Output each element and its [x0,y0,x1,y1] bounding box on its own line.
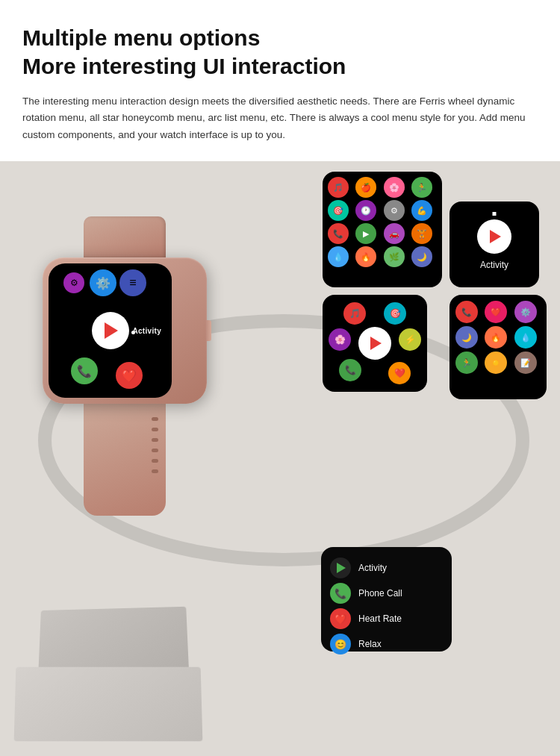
list-item-activity: Activity [330,557,443,578]
watch-icon-purple: ⚙ [63,272,84,293]
list-item-heartrate: ❤️ Heart Rate [330,608,443,629]
gi-dumbbell: 🏋 [411,223,432,244]
watch-body: ⚙️ ≡ Activity 📞 [43,216,207,516]
band-bottom [84,404,166,516]
list-text-activity: Activity [358,563,387,573]
panel-activity: Activity [449,202,539,287]
fi-green: 📞 [339,359,361,381]
watch-center-play [92,312,129,349]
honeycomb-grid: 🎵 🍎 🌸 🏃 🎯 🕐 ⚙ 💪 📞 ▶ 🚗 🏋 [323,172,442,272]
gi-music: 🎵 [328,177,349,198]
description-text: The interesting menu interaction design … [22,93,538,143]
list-item-phonecall: 📞 Phone Call [330,583,443,604]
activity-dot-top [493,212,497,216]
watch-screen: ⚙️ ≡ Activity 📞 [49,263,172,398]
ferris-center [358,327,391,360]
g2-water: 💧 [514,326,537,349]
fi-purple: 🌸 [329,328,351,351]
list-icon-phone: 📞 [330,583,351,604]
watch-case: ⚙️ ≡ Activity 📞 [43,257,207,404]
watch-icon-phone: 📞 [71,357,98,384]
stone-base [0,607,239,756]
g2-phone: 📞 [455,301,478,323]
play-icon [105,322,118,339]
activity-play-icon [490,230,501,243]
g2-run: 🏃 [455,352,478,374]
activity-play-arrow [337,563,346,573]
activity-panel-content: Activity [449,202,539,287]
band-top [84,216,166,257]
band-hole-2 [152,428,158,431]
panel-list: Activity 📞 Phone Call ❤️ Heart Rate 😊 Re… [321,547,452,652]
bottom-section: ⚙️ ≡ Activity 📞 [0,157,560,756]
gi-moon: 🌙 [411,246,432,267]
fi-orange: ❤️ [388,362,411,384]
stone-front [14,667,203,742]
g2-notes: 📝 [514,352,537,374]
watch-icon-menu: ≡ [119,269,146,296]
band-hole-5 [152,459,158,463]
band-hole-1 [152,417,158,421]
band-hole-6 [152,469,158,473]
ferris-content: 🎵 🎯 📞 ❤️ 🌸 ⚡ [323,295,427,392]
panels-right-col: Activity 📞 ❤️ ⚙️ 🌙 🔥 💧 🏃 ☀️ 📝 [449,202,547,399]
list-icon-activity [330,557,351,578]
watch-icon-heart: ❤️ [116,362,143,389]
gi-heart: 🍎 [355,177,376,198]
band-hole-3 [152,438,158,442]
panel-honeycomb: 🎵 🍎 🌸 🏃 🎯 🕐 ⚙ 💪 📞 ▶ 🚗 🏋 [323,172,442,287]
list-item-relax: 😊 Relax [330,634,443,655]
gi-run: 🏃 [411,177,432,198]
activity-panel-label: Activity [480,260,508,270]
watch-container: ⚙️ ≡ Activity 📞 [16,216,233,516]
gi-clock: 🕐 [355,200,376,221]
panels-area: 🎵 🍎 🌸 🏃 🎯 🕐 ⚙ 💪 📞 ▶ 🚗 🏋 [323,172,547,399]
band-hole-4 [152,449,158,452]
fi-lime: ⚡ [399,328,421,351]
g2-heart: ❤️ [485,301,507,323]
watch-dot [131,331,135,334]
gi-water: 💧 [328,246,349,267]
watch-icon-settings: ⚙️ [90,269,116,296]
page: Multiple menu options More interesting U… [0,0,560,756]
gi-leaf: 🌿 [384,246,405,267]
gi-fire: 🔥 [355,246,376,267]
top-section: Multiple menu options More interesting U… [0,0,560,161]
list-text-heartrate: Heart Rate [358,613,402,624]
ferris-center-play [370,337,382,350]
watch-screen-content: ⚙️ ≡ Activity 📞 [49,263,172,398]
g2-sun: ☀️ [485,352,507,374]
gi-target: 🎯 [328,200,349,221]
panel-ferris: 🎵 🎯 📞 ❤️ 🌸 ⚡ [323,295,427,392]
gi-car: 🚗 [384,223,405,244]
gi-flower: 🌸 [384,177,405,198]
fi-red: 🎵 [343,302,366,325]
list-icon-heart: ❤️ [330,608,351,629]
gi-phone: 📞 [328,223,349,244]
panels-left-col: 🎵 🍎 🌸 🏃 🎯 🕐 ⚙ 💪 📞 ▶ 🚗 🏋 [323,172,442,392]
title-line1: Multiple menu options [22,25,260,50]
list-text-relax: Relax [358,639,382,649]
band-holes [152,417,158,473]
list-icon-relax: 😊 [330,634,351,655]
g2-star: ⚙️ [514,301,537,323]
gi-gear: ⚙ [384,200,405,221]
list-text-phone: Phone Call [358,588,402,599]
activity-center-icon [477,219,511,254]
gi-play2: ▶ [355,223,376,244]
fi-cyan: 🎯 [384,302,406,325]
g2-moon: 🌙 [455,326,478,349]
title-line2: More interesting UI interaction [22,54,346,78]
watch-crown-button[interactable] [207,320,211,341]
gi-fitness: 💪 [411,200,432,221]
g2-fire: 🔥 [485,326,507,349]
grid2-content: 📞 ❤️ ⚙️ 🌙 🔥 💧 🏃 ☀️ 📝 [449,295,547,380]
main-title: Multiple menu options More interesting U… [22,24,538,80]
panel-grid2: 📞 ❤️ ⚙️ 🌙 🔥 💧 🏃 ☀️ 📝 [449,295,547,399]
watch-activity-label: Activity [132,327,161,335]
list-panel-container: Activity 📞 Phone Call ❤️ Heart Rate 😊 Re… [321,547,452,652]
